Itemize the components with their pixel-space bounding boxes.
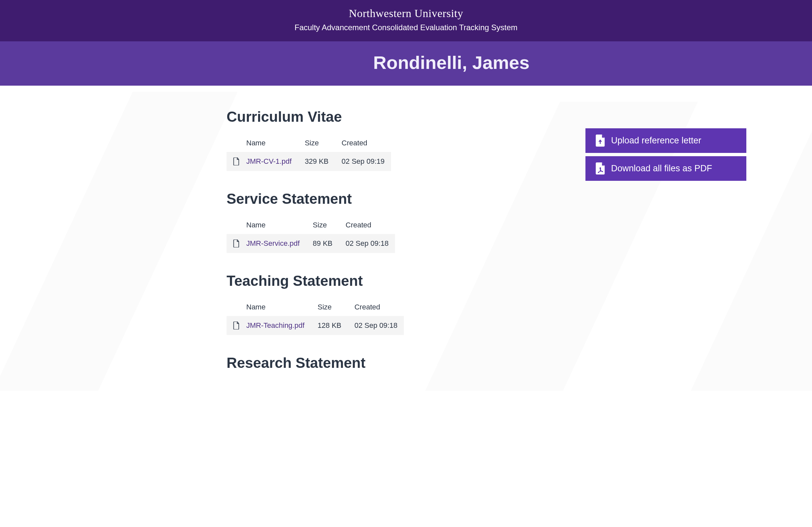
file-icon-cell bbox=[227, 152, 240, 171]
university-name: Northwestern University bbox=[6, 7, 806, 20]
column-header-created: Created bbox=[348, 298, 404, 316]
file-icon bbox=[233, 321, 240, 329]
file-link[interactable]: JMR-Teaching.pdf bbox=[246, 321, 304, 329]
upload-reference-letter-button[interactable]: Upload reference letter bbox=[585, 128, 746, 153]
file-icon bbox=[233, 240, 240, 247]
column-header-size: Size bbox=[298, 134, 335, 152]
column-header-created: Created bbox=[339, 216, 395, 234]
file-name-cell: JMR-Service.pdf bbox=[240, 234, 306, 253]
file-name-cell: JMR-CV-1.pdf bbox=[240, 152, 298, 171]
file-created-cell: 02 Sep 09:19 bbox=[335, 152, 391, 171]
table-row: JMR-CV-1.pdf329 KB02 Sep 09:19 bbox=[227, 152, 391, 171]
app-subtitle: Faculty Advancement Consolidated Evaluat… bbox=[6, 23, 806, 32]
column-header-name: Name bbox=[240, 134, 298, 152]
person-banner: Rondinelli, James bbox=[0, 41, 812, 86]
column-header-icon bbox=[227, 216, 240, 234]
sections-container: Curriculum VitaeNameSizeCreatedJMR-CV-1.… bbox=[227, 109, 456, 371]
section-title: Service Statement bbox=[227, 191, 456, 207]
column-header-size: Size bbox=[306, 216, 339, 234]
column-header-icon bbox=[227, 298, 240, 316]
file-pdf-icon bbox=[595, 163, 606, 175]
file-size-cell: 128 KB bbox=[311, 316, 348, 335]
app-header: Northwestern University Faculty Advancem… bbox=[0, 0, 812, 41]
file-link[interactable]: JMR-Service.pdf bbox=[246, 239, 300, 247]
column-header-created: Created bbox=[335, 134, 391, 152]
download-button-label: Download all files as PDF bbox=[611, 163, 712, 173]
column-header-name: Name bbox=[240, 298, 311, 316]
file-icon bbox=[233, 157, 240, 165]
file-icon-cell bbox=[227, 234, 240, 253]
download-all-pdf-button[interactable]: Download all files as PDF bbox=[585, 156, 746, 181]
table-row: JMR-Teaching.pdf128 KB02 Sep 09:18 bbox=[227, 316, 404, 335]
column-header-size: Size bbox=[311, 298, 348, 316]
document-section: Service StatementNameSizeCreatedJMR-Serv… bbox=[227, 191, 456, 253]
file-link[interactable]: JMR-CV-1.pdf bbox=[246, 157, 292, 165]
file-created-cell: 02 Sep 09:18 bbox=[348, 316, 404, 335]
column-header-icon bbox=[227, 134, 240, 152]
file-name-cell: JMR-Teaching.pdf bbox=[240, 316, 311, 335]
files-table: NameSizeCreatedJMR-Service.pdf89 KB02 Se… bbox=[227, 216, 395, 253]
document-section: Curriculum VitaeNameSizeCreatedJMR-CV-1.… bbox=[227, 109, 456, 171]
upload-button-label: Upload reference letter bbox=[611, 136, 701, 145]
file-upload-icon bbox=[595, 135, 606, 147]
file-created-cell: 02 Sep 09:18 bbox=[339, 234, 395, 253]
document-section: Teaching StatementNameSizeCreatedJMR-Tea… bbox=[227, 273, 456, 335]
files-table: NameSizeCreatedJMR-CV-1.pdf329 KB02 Sep … bbox=[227, 134, 391, 171]
file-size-cell: 89 KB bbox=[306, 234, 339, 253]
files-table: NameSizeCreatedJMR-Teaching.pdf128 KB02 … bbox=[227, 298, 404, 335]
section-title: Curriculum Vitae bbox=[227, 109, 456, 125]
section-title: Teaching Statement bbox=[227, 273, 456, 289]
document-section: Research Statement bbox=[227, 355, 456, 371]
file-icon-cell bbox=[227, 316, 240, 335]
section-title: Research Statement bbox=[227, 355, 456, 371]
action-panel: Upload reference letter Download all fil… bbox=[585, 128, 746, 181]
column-header-name: Name bbox=[240, 216, 306, 234]
table-row: JMR-Service.pdf89 KB02 Sep 09:18 bbox=[227, 234, 395, 253]
file-size-cell: 329 KB bbox=[298, 152, 335, 171]
person-name: Rondinelli, James bbox=[160, 52, 652, 73]
